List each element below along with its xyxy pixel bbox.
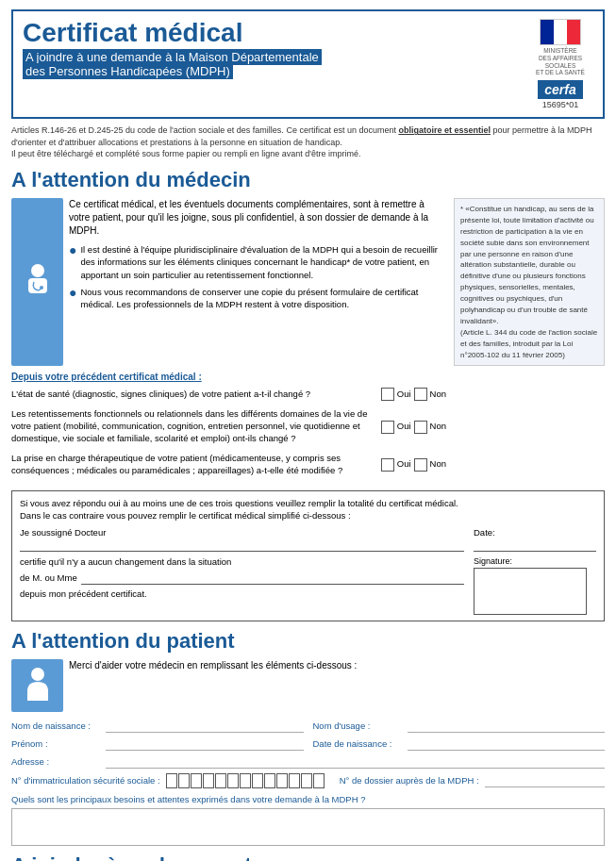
patient-row-prenom: Prénom : Date de naissance : — [11, 737, 605, 751]
ministry-text: MINISTÈRE DES AFFAIRES SOCIALES ET DE LA… — [527, 47, 593, 76]
q3-oui-checkbox[interactable] — [381, 458, 394, 472]
patient-section: A l'attention du patient Merci d'aider v… — [11, 629, 605, 846]
attach-section: A joindre à ce document Si des examens c… — [11, 853, 605, 861]
date-line[interactable] — [474, 538, 596, 552]
bullet-dot-2: ● — [69, 286, 76, 299]
ssn-box-9[interactable] — [264, 773, 275, 788]
date-naissance-input[interactable] — [408, 737, 606, 751]
ssn-box-7[interactable] — [240, 773, 251, 788]
de-m-line[interactable] — [81, 571, 464, 585]
simplified-form-row1: Je soussigné Docteur Date: — [20, 526, 596, 552]
french-flag — [540, 19, 581, 45]
q3-non-label: Non — [430, 458, 446, 471]
patient-icon-area — [11, 659, 63, 712]
flag-blue — [541, 20, 554, 44]
doctor-section-title: A l'attention du médecin — [11, 168, 605, 192]
prenom-input[interactable] — [106, 737, 304, 751]
adresse-label: Adresse : — [11, 756, 96, 767]
nom-naissance-label: Nom de naissance : — [11, 720, 96, 731]
ssn-box-8[interactable] — [252, 773, 263, 788]
date-field: Date: — [474, 526, 596, 552]
question-2-row: Les retentissements fonctionnels ou rela… — [11, 408, 446, 444]
ssn-box-2[interactable] — [178, 773, 190, 788]
q2-oui-checkbox[interactable] — [381, 421, 394, 434]
bullet-dot-1: ● — [69, 243, 76, 257]
q1-non-checkbox[interactable] — [414, 388, 427, 401]
question-1-row: L'état de santé (diagnostic, signes clin… — [11, 388, 446, 401]
questions-area: Depuis votre précédent certificat médica… — [11, 372, 446, 484]
simplified-intro-1: Si vous avez répondu oui à au moins une … — [20, 497, 596, 522]
besoins-input[interactable] — [11, 808, 605, 846]
signature-label: Signature: — [474, 555, 596, 568]
legal-text: Articles R.146-26 et D.245-25 du code de… — [11, 124, 605, 160]
ssn-box-11[interactable] — [289, 773, 300, 788]
svg-point-3 — [31, 668, 44, 681]
simplified-box: Si vous avez répondu oui à au moins une … — [11, 490, 605, 621]
ssn-box-3[interactable] — [191, 773, 202, 788]
signature-box[interactable] — [474, 568, 587, 615]
doctor-icon-area — [11, 198, 63, 366]
doctor-bullet-1: ● Il est destiné à l'équipe pluridiscipl… — [69, 243, 446, 281]
q1-non-label: Non — [430, 389, 446, 401]
soussigne-field: Je soussigné Docteur — [20, 526, 464, 552]
header-subtitle: A joindre à une demande à la Maison Dépa… — [23, 50, 527, 78]
q1-oui-non: Oui Non — [381, 388, 446, 401]
subtitle-part2: des Personnes Handicapées (MDPH) — [23, 63, 233, 79]
nom-usage-label: Nom d'usage : — [313, 720, 398, 731]
doctor-content: Ce certificat médical, et les éventuels … — [69, 198, 446, 366]
besoins-section: Quels sont les principaux besoins et att… — [11, 794, 605, 846]
ssn-boxes — [166, 773, 325, 788]
doctor-main-text: Ce certificat médical, et les éventuels … — [69, 198, 446, 238]
doctor-icon — [19, 261, 57, 304]
attach-section-title: A joindre à ce document — [11, 853, 605, 861]
ssn-box-4[interactable] — [203, 773, 214, 788]
q1-oui-label: Oui — [397, 389, 411, 401]
question-2-text: Les retentissements fonctionnels ou rela… — [11, 408, 381, 444]
header-section: Certificat médical A joindre à une deman… — [11, 9, 605, 119]
q1-oui-checkbox[interactable] — [381, 388, 394, 401]
question-3-row: La prise en charge thérapeutique de votr… — [11, 453, 446, 477]
de-m-row: de M. ou Mme — [20, 571, 464, 585]
cerfa-number: 15695*01 — [542, 100, 579, 109]
q2-oui-label: Oui — [397, 421, 411, 433]
besoins-label: Quels sont les principaux besoins et att… — [11, 794, 605, 804]
question-3-text: La prise en charge thérapeutique de votr… — [11, 453, 381, 477]
ssn-box-6[interactable] — [227, 773, 239, 788]
flag-red — [567, 20, 580, 44]
ssn-box-12[interactable] — [301, 773, 312, 788]
nom-usage-input[interactable] — [408, 720, 606, 733]
certifie-area: certifie qu'il n'y a aucun changement da… — [20, 555, 464, 600]
question-1-text: L'état de santé (diagnostic, signes clin… — [11, 389, 381, 401]
simplified-form-row2: certifie qu'il n'y a aucun changement da… — [20, 555, 596, 615]
depuis-label: Depuis votre précédent certificat médica… — [11, 372, 446, 382]
date-naissance-label: Date de naissance : — [313, 738, 398, 749]
ssn-row: N° d'immatriculation sécurité sociale : — [11, 773, 605, 788]
q3-non-checkbox[interactable] — [414, 458, 427, 472]
questions-side-space — [454, 372, 605, 484]
patient-intro-text: Merci d'aider votre médecin en remplissa… — [69, 659, 605, 672]
ssn-label: N° d'immatriculation sécurité sociale : — [11, 775, 160, 786]
doctor-bullet-2: ● Nous vous recommandons de conserver un… — [69, 286, 446, 311]
svg-point-2 — [40, 286, 43, 290]
q3-oui-label: Oui — [397, 458, 411, 471]
page-title: Certificat médical — [23, 19, 527, 48]
adresse-input[interactable] — [106, 755, 605, 769]
q3-oui-non: Oui Non — [381, 458, 446, 472]
patient-row-noms: Nom de naissance : Nom d'usage : — [11, 720, 605, 733]
depuis-text: depuis mon précédent certificat. — [20, 588, 464, 600]
ssn-box-10[interactable] — [276, 773, 288, 788]
patient-form: Nom de naissance : Nom d'usage : Prénom … — [11, 720, 605, 846]
dossier-input[interactable] — [485, 774, 605, 787]
patient-row-adresse: Adresse : — [11, 755, 605, 769]
ssn-box-5[interactable] — [215, 773, 226, 788]
soussigne-line[interactable] — [20, 538, 464, 552]
svg-point-0 — [31, 264, 44, 277]
q2-oui-non: Oui Non — [381, 421, 446, 434]
ssn-box-1[interactable] — [166, 773, 177, 788]
nom-naissance-input[interactable] — [106, 720, 304, 733]
q2-non-label: Non — [430, 421, 446, 433]
dossier-label: N° de dossier auprès de la MDPH : — [340, 775, 479, 786]
header-right: MINISTÈRE DES AFFAIRES SOCIALES ET DE LA… — [527, 19, 593, 109]
q2-non-checkbox[interactable] — [414, 421, 427, 434]
ssn-box-13[interactable] — [313, 773, 325, 788]
